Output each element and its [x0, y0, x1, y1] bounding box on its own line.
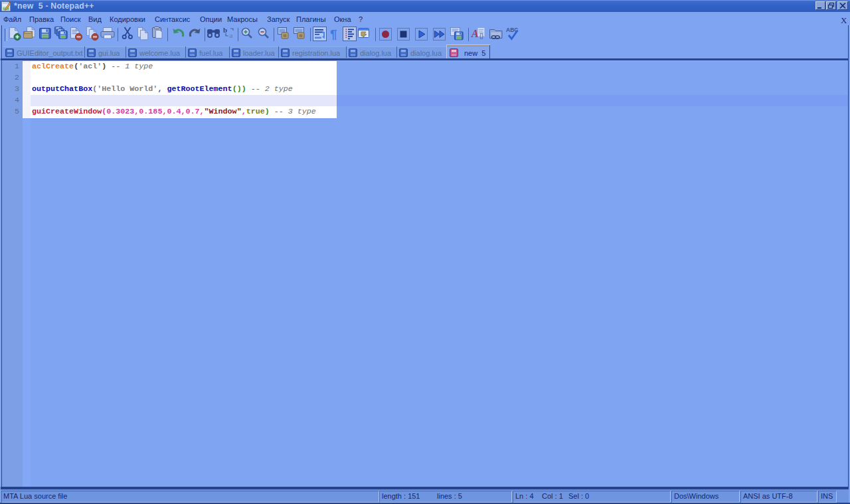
svg-text:gui.lua: gui.lua: [98, 49, 120, 57]
svg-text:loader.lua: loader.lua: [243, 49, 276, 57]
svg-text:fuel.lua: fuel.lua: [199, 49, 223, 57]
svg-text:new 5: new 5: [464, 49, 485, 57]
svg-text:dialog.lua: dialog.lua: [360, 49, 392, 57]
svg-text:A: A: [471, 28, 479, 39]
svg-text:a: a: [229, 31, 233, 39]
svg-text:¶: ¶: [330, 27, 337, 41]
svg-text:b: b: [223, 26, 227, 34]
svg-text:GUIEditor_output.txt: GUIEditor_output.txt: [17, 49, 83, 57]
svg-text:registration.lua: registration.lua: [292, 49, 341, 57]
svg-text:dialog.lua: dialog.lua: [410, 49, 442, 57]
svg-text:{}: {}: [479, 33, 483, 39]
svg-text:welcome.lua: welcome.lua: [139, 49, 181, 57]
